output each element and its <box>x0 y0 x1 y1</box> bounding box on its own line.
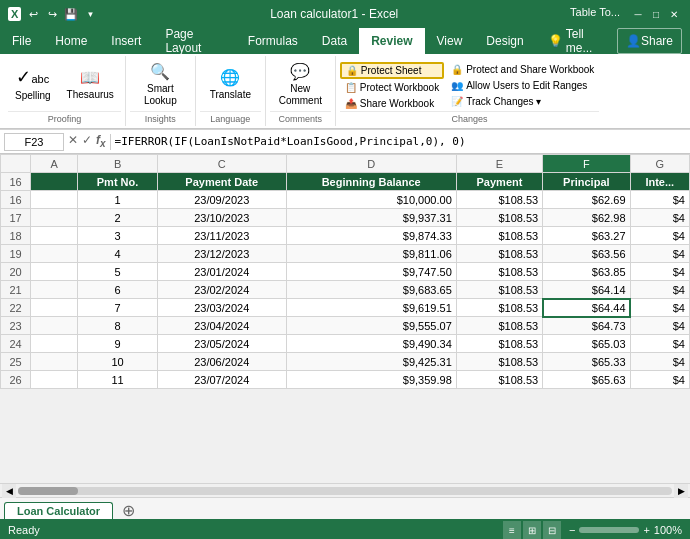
tab-view[interactable]: View <box>425 28 475 54</box>
cell-g-25[interactable]: $4 <box>630 353 689 371</box>
zoom-slider[interactable] <box>579 527 639 533</box>
page-break-view-button[interactable]: ⊟ <box>543 521 561 539</box>
tab-home[interactable]: Home <box>43 28 99 54</box>
cell-g-23[interactable]: $4 <box>630 317 689 335</box>
cell-g-16[interactable]: $4 <box>630 191 689 209</box>
cell-d-18[interactable]: $9,874.33 <box>286 227 456 245</box>
close-button[interactable]: ✕ <box>666 6 682 22</box>
col-header-a[interactable]: A <box>31 155 78 173</box>
cell-a-16[interactable] <box>31 191 78 209</box>
cell-d-22[interactable]: $9,619.51 <box>286 299 456 317</box>
cell-d-25[interactable]: $9,425.31 <box>286 353 456 371</box>
cell-g-20[interactable]: $4 <box>630 263 689 281</box>
cell-f-17[interactable]: $62.98 <box>543 209 630 227</box>
cell-c-26[interactable]: 23/07/2024 <box>157 371 286 389</box>
cell-a-26[interactable] <box>31 371 78 389</box>
cell-d-17[interactable]: $9,937.31 <box>286 209 456 227</box>
cell-e-23[interactable]: $108.53 <box>456 317 542 335</box>
horizontal-scrollbar[interactable]: ◀ ▶ <box>0 483 690 497</box>
col-header-e[interactable]: E <box>456 155 542 173</box>
cell-e-24[interactable]: $108.53 <box>456 335 542 353</box>
cell-a-25[interactable] <box>31 353 78 371</box>
cell-f-19[interactable]: $63.56 <box>543 245 630 263</box>
cell-f-22[interactable]: $64.44 <box>543 299 630 317</box>
cell-e-21[interactable]: $108.53 <box>456 281 542 299</box>
undo-icon[interactable]: ↩ <box>25 6 41 22</box>
cell-a-22[interactable] <box>31 299 78 317</box>
tab-page-layout[interactable]: Page Layout <box>153 28 235 54</box>
cell-b-23[interactable]: 8 <box>78 317 158 335</box>
cell-b-24[interactable]: 9 <box>78 335 158 353</box>
cell-b-26[interactable]: 11 <box>78 371 158 389</box>
zoom-out-button[interactable]: − <box>569 524 575 536</box>
maximize-button[interactable]: □ <box>648 6 664 22</box>
col-header-b[interactable]: B <box>78 155 158 173</box>
add-sheet-button[interactable]: ⊕ <box>117 501 139 519</box>
share-button[interactable]: 👤 Share <box>617 28 682 54</box>
cell-c-24[interactable]: 23/05/2024 <box>157 335 286 353</box>
fx-cancel-icon[interactable]: ✕ <box>68 133 78 149</box>
translate-button[interactable]: 🌐 Translate <box>203 59 258 111</box>
tab-file[interactable]: File <box>0 28 43 54</box>
cell-g-24[interactable]: $4 <box>630 335 689 353</box>
cell-b-20[interactable]: 5 <box>78 263 158 281</box>
cell-g-22[interactable]: $4 <box>630 299 689 317</box>
col-header-c[interactable]: C <box>157 155 286 173</box>
track-changes-button[interactable]: 📝 Track Changes ▾ <box>446 94 599 109</box>
cell-c-21[interactable]: 23/02/2024 <box>157 281 286 299</box>
cell-c-23[interactable]: 23/04/2024 <box>157 317 286 335</box>
cell-a-23[interactable] <box>31 317 78 335</box>
cell-f-18[interactable]: $63.27 <box>543 227 630 245</box>
scroll-track[interactable] <box>18 487 672 495</box>
cell-a-21[interactable] <box>31 281 78 299</box>
cell-g-26[interactable]: $4 <box>630 371 689 389</box>
cell-d-24[interactable]: $9,490.34 <box>286 335 456 353</box>
cell-e-25[interactable]: $108.53 <box>456 353 542 371</box>
dropdown-icon[interactable]: ▼ <box>82 6 98 22</box>
scroll-left-arrow[interactable]: ◀ <box>2 484 16 498</box>
cell-d-23[interactable]: $9,555.07 <box>286 317 456 335</box>
sheet-tab-loan-calculator[interactable]: Loan Calculator <box>4 502 113 519</box>
cell-d-21[interactable]: $9,683.65 <box>286 281 456 299</box>
cell-c-17[interactable]: 23/10/2023 <box>157 209 286 227</box>
spelling-button[interactable]: ✓abc Spelling <box>8 59 58 111</box>
col-header-d[interactable]: D <box>286 155 456 173</box>
thesaurus-button[interactable]: 📖 Thesaurus <box>60 59 121 111</box>
cell-c-22[interactable]: 23/03/2024 <box>157 299 286 317</box>
cell-c-16[interactable]: 23/09/2023 <box>157 191 286 209</box>
cell-f-20[interactable]: $63.85 <box>543 263 630 281</box>
cell-e-22[interactable]: $108.53 <box>456 299 542 317</box>
tab-review[interactable]: Review <box>359 28 424 54</box>
fx-confirm-icon[interactable]: ✓ <box>82 133 92 149</box>
cell-f-26[interactable]: $65.63 <box>543 371 630 389</box>
cell-c-19[interactable]: 23/12/2023 <box>157 245 286 263</box>
tab-formulas[interactable]: Formulas <box>236 28 310 54</box>
cell-b-18[interactable]: 3 <box>78 227 158 245</box>
minimize-button[interactable]: ─ <box>630 6 646 22</box>
allow-users-button[interactable]: 👥 Allow Users to Edit Ranges <box>446 78 599 93</box>
cell-a-17[interactable] <box>31 209 78 227</box>
cell-b-22[interactable]: 7 <box>78 299 158 317</box>
cell-f-21[interactable]: $64.14 <box>543 281 630 299</box>
cell-c-20[interactable]: 23/01/2024 <box>157 263 286 281</box>
tab-insert[interactable]: Insert <box>99 28 153 54</box>
protect-share-workbook-button[interactable]: 🔒 Protect and Share Workbook <box>446 62 599 77</box>
cell-e-26[interactable]: $108.53 <box>456 371 542 389</box>
cell-a-20[interactable] <box>31 263 78 281</box>
name-box[interactable] <box>4 133 64 151</box>
smart-lookup-button[interactable]: 🔍 SmartLookup <box>137 59 184 111</box>
normal-view-button[interactable]: ≡ <box>503 521 521 539</box>
cell-d-19[interactable]: $9,811.06 <box>286 245 456 263</box>
cell-e-20[interactable]: $108.53 <box>456 263 542 281</box>
scroll-right-arrow[interactable]: ▶ <box>674 484 688 498</box>
new-comment-button[interactable]: 💬 NewComment <box>272 59 329 111</box>
cell-g-19[interactable]: $4 <box>630 245 689 263</box>
cell-d-16[interactable]: $10,000.00 <box>286 191 456 209</box>
cell-a-18[interactable] <box>31 227 78 245</box>
cell-b-16[interactable]: 1 <box>78 191 158 209</box>
redo-icon[interactable]: ↪ <box>44 6 60 22</box>
cell-f-23[interactable]: $64.73 <box>543 317 630 335</box>
cell-e-19[interactable]: $108.53 <box>456 245 542 263</box>
cell-d-20[interactable]: $9,747.50 <box>286 263 456 281</box>
cell-e-16[interactable]: $108.53 <box>456 191 542 209</box>
